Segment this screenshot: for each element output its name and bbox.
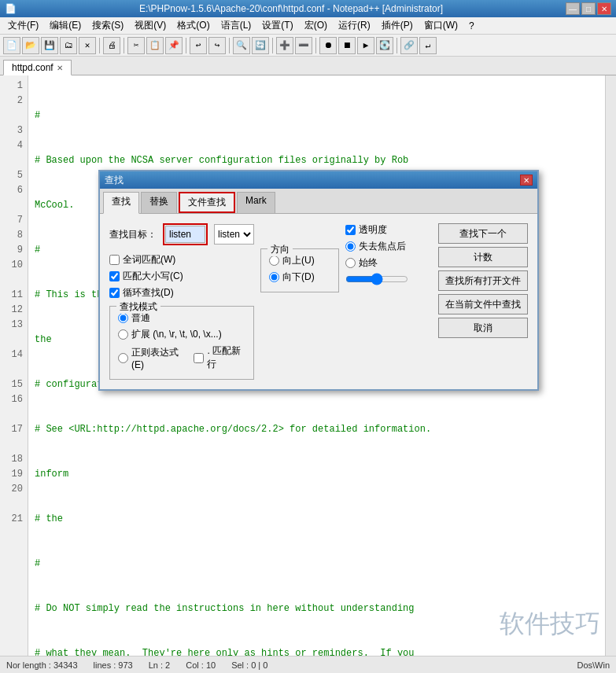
- search-input-wrapper: [163, 223, 208, 245]
- menu-run[interactable]: 运行(R): [334, 17, 375, 34]
- toolbar-redo[interactable]: ↪: [208, 37, 226, 54]
- transparency-slider[interactable]: [345, 273, 408, 285]
- toolbar-macro-record[interactable]: ⏺: [319, 37, 337, 54]
- toolbar-zoom-in[interactable]: ➕: [276, 37, 293, 54]
- find-next-button[interactable]: 查找下一个: [438, 223, 528, 244]
- toolbar-find[interactable]: 🔍: [233, 37, 250, 54]
- find-in-current-button[interactable]: 在当前文件中查找: [438, 294, 528, 314]
- title-bar: 📄 E:\PHPnow-1.5.6\Apache-20\conf\httpd.c…: [0, 0, 616, 17]
- tab-bar: httpd.conf ✕: [0, 57, 616, 75]
- radio-down-input[interactable]: [269, 272, 279, 282]
- radio-on-blur-label: 失去焦点后: [359, 240, 406, 253]
- menu-file[interactable]: 文件(F): [3, 17, 43, 34]
- search-mode-group: 查找模式 普通 扩展 (\n, \r, \t, \0, \x...): [109, 306, 254, 380]
- toolbar-sync[interactable]: 🔗: [400, 37, 418, 54]
- maximize-button[interactable]: □: [581, 2, 596, 15]
- radio-always-input[interactable]: [345, 258, 356, 268]
- radio-on-blur: 失去焦点后: [345, 240, 432, 253]
- dialog-body: 查找目标： listen 全词匹配(W): [100, 214, 537, 389]
- status-lines: lines : 973: [94, 660, 133, 670]
- radio-extended-input[interactable]: [118, 329, 128, 340]
- toolbar-macro-play[interactable]: ▶: [357, 37, 374, 54]
- checkbox-wrap-label: 循环查找(D): [123, 286, 174, 300]
- transparency-check-row: 透明度: [345, 223, 432, 237]
- dialog-tab-file-find[interactable]: 文件查找: [179, 192, 235, 213]
- tab-httpd-conf[interactable]: httpd.conf ✕: [3, 60, 72, 75]
- toolbar-separator-2: [124, 38, 124, 53]
- menu-help[interactable]: ?: [464, 19, 479, 33]
- toolbar-cut[interactable]: ✂: [127, 37, 145, 54]
- menu-bar: 文件(F) 编辑(E) 搜索(S) 视图(V) 格式(O) 语言(L) 设置(T…: [0, 17, 616, 35]
- toolbar-macro-stop[interactable]: ⏹: [338, 37, 356, 54]
- dialog-tab-mark[interactable]: Mark: [237, 192, 275, 213]
- radio-always: 始终: [345, 256, 432, 270]
- search-row: 查找目标： listen: [109, 223, 254, 245]
- toolbar-undo[interactable]: ↩: [190, 37, 207, 54]
- minimize-button[interactable]: —: [566, 2, 580, 15]
- menu-format[interactable]: 格式(O): [172, 17, 214, 34]
- toolbar-macro-save[interactable]: 💽: [376, 37, 393, 54]
- toolbar-save[interactable]: 💾: [41, 37, 58, 54]
- menu-macro[interactable]: 宏(O): [300, 17, 332, 34]
- app-icon: 📄: [5, 3, 17, 14]
- menu-edit[interactable]: 编辑(E): [45, 17, 86, 34]
- dialog-buttons: 查找下一个 计数 查找所有打开文件 在当前文件中查找 取消: [438, 223, 528, 338]
- dialog-tab-find[interactable]: 查找: [103, 192, 139, 214]
- dialog-close-button[interactable]: ✕: [520, 175, 533, 186]
- toolbar-separator-4: [229, 38, 230, 53]
- toolbar-new[interactable]: 📄: [3, 37, 20, 54]
- radio-up-input[interactable]: [269, 256, 279, 266]
- toolbar-save-all[interactable]: 🗂: [60, 37, 77, 54]
- search-input[interactable]: [165, 226, 205, 243]
- radio-extended: 扩展 (\n, \r, \t, \0, \x...): [118, 328, 245, 341]
- dialog-tab-replace[interactable]: 替换: [141, 192, 177, 213]
- direction-title: 方向: [267, 243, 293, 256]
- editor-area: 1 2 3 4 5 6 7 8 9 10 11 12 13 14 15 16 1…: [0, 75, 616, 656]
- status-col: Col : 10: [186, 660, 216, 670]
- checkbox-match-newline-input[interactable]: [194, 353, 204, 363]
- menu-language[interactable]: 语言(L): [216, 17, 256, 34]
- toolbar-close[interactable]: ✕: [79, 37, 96, 54]
- checkbox-matchcase-label: 匹配大小写(C): [123, 270, 183, 283]
- direction-section: 方向 向上(U) 向下(D): [260, 223, 339, 292]
- checkbox-wrap-input[interactable]: [109, 288, 120, 298]
- toolbar: 📄 📂 💾 🗂 ✕ 🖨 ✂ 📋 📌 ↩ ↪ 🔍 🔄 ➕ ➖ ⏺ ⏹ ▶ 💽 🔗 …: [0, 35, 616, 57]
- radio-on-blur-input[interactable]: [345, 241, 356, 252]
- search-dropdown[interactable]: listen: [214, 224, 254, 245]
- count-button[interactable]: 计数: [438, 247, 528, 267]
- radio-always-label: 始终: [359, 256, 378, 270]
- radio-regex-input[interactable]: [118, 353, 128, 363]
- toolbar-replace[interactable]: 🔄: [252, 37, 269, 54]
- menu-search[interactable]: 搜索(S): [87, 17, 128, 34]
- menu-plugins[interactable]: 插件(P): [377, 17, 418, 34]
- search-section: 查找目标： listen 全词匹配(W): [109, 223, 528, 380]
- toolbar-zoom-out[interactable]: ➖: [295, 37, 312, 54]
- tab-close-icon[interactable]: ✕: [57, 64, 63, 72]
- radio-normal-input[interactable]: [118, 313, 128, 323]
- close-button[interactable]: ✕: [597, 2, 611, 15]
- toolbar-copy[interactable]: 📋: [146, 37, 164, 54]
- toolbar-separator-3: [186, 38, 186, 53]
- checkbox-transparency-input[interactable]: [345, 225, 356, 235]
- menu-settings[interactable]: 设置(T): [257, 17, 297, 34]
- status-dos: Dos\Win: [577, 660, 610, 670]
- toolbar-wrap[interactable]: ↵: [419, 37, 437, 54]
- checkbox-match-newline-label: . 匹配新行: [207, 344, 245, 371]
- dialog-title-bar[interactable]: 查找 ✕: [100, 171, 537, 189]
- checkbox-fullword-input[interactable]: [109, 255, 120, 265]
- menu-window[interactable]: 窗口(W): [419, 17, 463, 34]
- cancel-button[interactable]: 取消: [438, 318, 528, 338]
- checkbox-matchcase-input[interactable]: [109, 271, 120, 281]
- toolbar-open[interactable]: 📂: [22, 37, 39, 54]
- transparency-label: 透明度: [359, 223, 387, 237]
- toolbar-separator-1: [99, 38, 100, 53]
- toolbar-print[interactable]: 🖨: [103, 37, 120, 54]
- toolbar-paste[interactable]: 📌: [165, 37, 183, 54]
- find-all-open-button[interactable]: 查找所有打开文件: [438, 270, 528, 291]
- dialog-title: 查找: [105, 174, 124, 187]
- search-left: 查找目标： listen 全词匹配(W): [109, 223, 254, 380]
- direction-group: 方向 向上(U) 向下(D): [260, 248, 339, 292]
- menu-view[interactable]: 视图(V): [130, 17, 171, 34]
- radio-regex: 正则表达式(E) . 匹配新行: [118, 344, 245, 371]
- status-sel: Sel : 0 | 0: [231, 660, 267, 670]
